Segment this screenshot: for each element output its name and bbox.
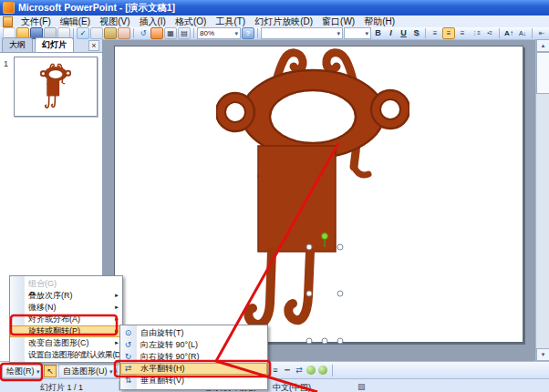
drawing-toolbar: 绘图(R) ▾ ↖ 自选图形(U) ▾ \ ≡ ┅ ⇄: [0, 361, 549, 379]
menu-file[interactable]: 文件(F): [16, 15, 56, 27]
increase-font-icon[interactable]: A↑: [502, 27, 515, 39]
chevron-down-icon: ▾: [337, 28, 340, 38]
standard-toolbar: ✓ ↺ ▦ ▤ 80% ▾ ? ▾ ▾ B I U S ≡ ≡ ≡ ⋮≡ •≡: [0, 27, 549, 40]
dash-style-icon[interactable]: ┅: [282, 365, 293, 376]
slide-thumbnail-figure: [40, 63, 71, 110]
close-icon[interactable]: ×: [88, 40, 99, 51]
shadow-style-icon[interactable]: [306, 366, 316, 375]
submenu-arrow-icon: ►: [114, 302, 119, 314]
submenu-item-rotate-left-90[interactable]: ↺ 向左旋转 90°(L): [120, 339, 267, 351]
align-right-icon[interactable]: ≡: [456, 27, 469, 39]
rotate-right-icon: ↻: [122, 351, 134, 363]
free-rotate-icon: ⊙: [122, 327, 134, 339]
help-icon[interactable]: ?: [242, 27, 254, 39]
rotate-left-icon: ↺: [122, 339, 134, 351]
align-center-icon[interactable]: ≡: [442, 27, 455, 39]
submenu-arrow-icon: ►: [114, 290, 119, 302]
menu-view[interactable]: 视图(V): [95, 15, 134, 27]
zoom-combobox[interactable]: 80% ▾: [197, 27, 241, 39]
menu-item-set-autoshape-defaults[interactable]: 设置自选图形的默认效果(D): [10, 349, 122, 361]
menu-item-order[interactable]: 叠放次序(R) ►: [10, 290, 122, 302]
copy-icon[interactable]: [90, 27, 103, 39]
decrease-indent-icon[interactable]: ⇤: [535, 27, 548, 39]
status-bar: 幻灯片 1 / 1 默认设计模板 中文(中国) ▨: [0, 378, 549, 392]
rotate-flip-submenu: ⊙ 自由旋转(T) ↺ 向左旋转 90°(L) ↻ 向右旋转 90°(R) ⇄ …: [119, 325, 268, 390]
menu-bar: 文件(F) 编辑(E) 视图(V) 插入(I) 格式(O) 工具(T) 幻灯片放…: [0, 15, 549, 28]
paste-icon[interactable]: [104, 27, 117, 39]
menu-window[interactable]: 窗口(W): [317, 15, 359, 27]
spellcheck-status-icon: ▨: [357, 382, 366, 391]
window-title: Microsoft PowerPoint - [演示文稿1]: [18, 2, 175, 15]
language-indicator: 中文(中国): [273, 382, 311, 392]
chevron-down-icon: ▾: [365, 28, 368, 38]
slide-indicator: 幻灯片 1 / 1: [40, 382, 83, 392]
undo-icon[interactable]: ↺: [137, 27, 150, 39]
submenu-item-flip-vertical[interactable]: ⇅ 垂直翻转(V): [120, 375, 267, 387]
menu-item-align-distribute[interactable]: 对齐或分布(A) ►: [10, 314, 122, 325]
title-bar: Microsoft PowerPoint - [演示文稿1]: [0, 0, 549, 15]
select-objects-button[interactable]: ↖: [44, 365, 57, 377]
menu-format[interactable]: 格式(O): [171, 15, 211, 27]
scroll-down-icon[interactable]: ▼: [536, 348, 549, 361]
numbering-icon[interactable]: ⋮≡: [470, 27, 482, 39]
tab-slides[interactable]: 幻灯片: [35, 37, 74, 52]
vertical-scrollbar[interactable]: ▲ ▼: [535, 39, 549, 361]
chevron-down-icon: ▾: [36, 368, 40, 375]
slide-thumbnail[interactable]: [14, 57, 98, 117]
menu-item-rotate-flip[interactable]: 旋转或翻转(P) ►: [10, 325, 122, 337]
submenu-item-free-rotate[interactable]: ⊙ 自由旋转(T): [120, 327, 267, 339]
italic-button[interactable]: I: [385, 27, 397, 39]
text-shadow-button[interactable]: S: [410, 27, 422, 39]
align-left-icon[interactable]: ≡: [429, 27, 441, 39]
draw-menu: 组合(G) 叠放次序(R) ► 微移(N) ► 对齐或分布(A) ► 旋转或翻转…: [9, 275, 123, 363]
scrollbar-thumb[interactable]: [536, 52, 549, 94]
menu-help[interactable]: 帮助(H): [359, 15, 399, 27]
powerpoint-window: Microsoft PowerPoint - [演示文稿1] 文件(F) 编辑(…: [0, 0, 549, 392]
draw-button[interactable]: 绘图(R) ▾: [2, 364, 45, 378]
three-d-style-icon[interactable]: [318, 366, 327, 375]
menu-item-nudge[interactable]: 微移(N) ►: [10, 302, 122, 314]
font-size-combobox[interactable]: ▾: [344, 27, 371, 39]
menu-slideshow[interactable]: 幻灯片放映(D): [250, 15, 317, 27]
tab-outline[interactable]: 大纲: [2, 37, 33, 52]
menu-tools[interactable]: 工具(T): [211, 15, 250, 27]
font-name-combobox[interactable]: ▾: [261, 27, 343, 39]
flip-vertical-icon: ⇅: [122, 375, 134, 387]
bold-button[interactable]: B: [372, 27, 384, 39]
chevron-down-icon: ▾: [234, 28, 238, 38]
scroll-up-icon[interactable]: ▲: [536, 39, 549, 52]
table-icon[interactable]: ▦: [164, 27, 177, 39]
spelling-icon[interactable]: ✓: [77, 27, 89, 39]
format-painter-icon[interactable]: [118, 27, 130, 39]
decrease-font-icon[interactable]: A↓: [516, 27, 529, 39]
zoom-value: 80%: [200, 28, 214, 38]
menu-item-change-autoshape[interactable]: 改变自选图形(C) ►: [10, 337, 122, 349]
cartoon-figure-shape[interactable]: [216, 47, 409, 339]
presentation-doc-icon: [3, 16, 13, 27]
menu-edit[interactable]: 编辑(E): [56, 15, 95, 27]
autoshapes-button[interactable]: 自选图形(U) ▾: [58, 364, 118, 378]
panel-tabs: 大纲 幻灯片 ×: [0, 39, 102, 53]
bullets-icon[interactable]: •≡: [483, 27, 496, 39]
menu-insert[interactable]: 插入(I): [134, 15, 170, 27]
gridlines-icon[interactable]: ▤: [178, 27, 191, 39]
menu-item-group[interactable]: 组合(G): [10, 278, 122, 290]
line-style-icon[interactable]: ≡: [270, 365, 281, 376]
arrow-style-icon[interactable]: ⇄: [294, 365, 305, 376]
submenu-item-flip-horizontal[interactable]: ⇄ 水平翻转(H): [120, 363, 267, 375]
submenu-item-rotate-right-90[interactable]: ↻ 向右旋转 90°(R): [120, 351, 267, 363]
powerpoint-app-icon: [3, 2, 15, 14]
flip-horizontal-icon: ⇄: [122, 363, 134, 375]
slide-number: 1: [4, 59, 8, 68]
underline-button[interactable]: U: [398, 27, 409, 39]
chart-icon[interactable]: [150, 27, 163, 39]
